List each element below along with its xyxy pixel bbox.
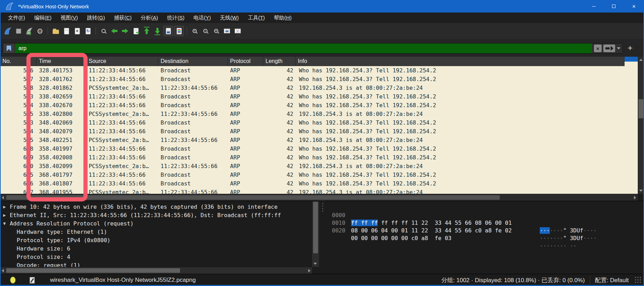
detail-line[interactable]: Protocol size: 4 [0, 253, 320, 261]
go-forward-button[interactable] [120, 26, 130, 36]
expand-arrow-icon[interactable] [0, 228, 10, 236]
scroll-left-icon[interactable] [2, 196, 4, 199]
pane-splitter-grip[interactable] [322, 203, 323, 204]
packet-row[interactable]: 523 338.402659 11:22:33:44:55:66 Broadca… [0, 92, 625, 101]
packet-row[interactable]: 608 358.401997 11:22:33:44:55:66 Broadca… [0, 144, 625, 153]
menu-item[interactable]: 文件(F) [3, 13, 30, 23]
details-horizontal-scrollbar[interactable] [0, 267, 312, 274]
scroll-right-icon[interactable] [634, 196, 636, 199]
capture-options-button[interactable]: ⚙ [35, 26, 45, 36]
details-vscroll-thumb[interactable] [313, 202, 318, 253]
capture-comment-icon[interactable] [30, 277, 35, 284]
detail-line[interactable]: ▼ Address Resolution Protocol (request) [0, 220, 320, 228]
expand-arrow-icon[interactable] [0, 253, 10, 261]
display-filter-field[interactable]: arp × [3, 43, 623, 54]
start-capture-button[interactable] [3, 26, 13, 36]
filter-dropdown-caret[interactable] [617, 47, 620, 49]
stop-capture-button[interactable] [14, 26, 23, 36]
menu-item[interactable]: 捕获(C) [109, 13, 136, 23]
packet-row[interactable]: 610 358.402099 PCSSystemtec_2a:b… 11:22:… [0, 162, 625, 170]
close-button[interactable]: × [624, 0, 644, 13]
go-to-bottom-button[interactable] [153, 26, 162, 36]
menu-item[interactable]: 分析(A) [136, 13, 163, 23]
menu-item[interactable]: 帮助(H) [269, 13, 296, 23]
filter-add-button[interactable]: + [626, 43, 635, 53]
filter-apply-button[interactable] [603, 45, 615, 52]
column-header-no[interactable]: No. [0, 57, 36, 66]
detail-line[interactable]: Protocol type: IPv4 (0x0800) [0, 236, 320, 245]
hex-row[interactable]: 0010 08 00 06 04 00 01 11 22 33 44 55 66… [325, 212, 644, 219]
details-scroll-down-icon[interactable] [313, 263, 317, 265]
column-header-length[interactable]: Length [263, 57, 295, 66]
detail-line[interactable]: ▶ Frame 10: 42 bytes on wire (336 bits),… [0, 203, 320, 211]
horizontal-scroll-thumb[interactable] [6, 195, 500, 200]
expand-arrow-icon[interactable]: ▶ [0, 203, 10, 211]
details-vertical-scrollbar[interactable] [312, 201, 319, 267]
menu-item[interactable]: 电话(Y) [189, 13, 215, 23]
packet-row[interactable]: 625 368.401797 11:22:33:44:55:66 Broadca… [0, 170, 625, 179]
details-scroll-right-icon[interactable] [308, 269, 310, 272]
packet-row[interactable]: 524 338.402670 11:22:33:44:55:66 Broadca… [0, 101, 625, 110]
close-file-button[interactable]: × [72, 26, 82, 36]
expand-arrow-icon[interactable] [0, 245, 10, 253]
packet-row[interactable]: 594 348.402079 11:22:33:44:55:66 Broadca… [0, 127, 625, 136]
details-hscroll-thumb[interactable] [6, 268, 180, 273]
packet-row[interactable]: 525 338.402800 PCSSystemtec_2a:b… 11:22:… [0, 110, 625, 118]
save-file-button[interactable] [62, 26, 71, 36]
minimize-button[interactable] [584, 0, 604, 13]
detail-line[interactable]: Hardware type: Ethernet (1) [0, 228, 320, 236]
packet-row[interactable]: 507 328.401762 11:22:33:44:55:66 Broadca… [0, 75, 625, 84]
scroll-up-icon[interactable] [639, 59, 643, 61]
find-packet-button[interactable] [99, 26, 108, 36]
maximize-button[interactable] [604, 0, 624, 13]
edit-columns-button[interactable]: 12 3 [233, 26, 243, 36]
vertical-scroll-thumb[interactable] [638, 99, 643, 118]
packet-row[interactable]: 506 328.401753 11:22:33:44:55:66 Broadca… [0, 66, 625, 75]
column-header-info[interactable]: Info [295, 57, 625, 66]
menu-item[interactable]: 视图(V) [56, 13, 82, 23]
column-header-protocol[interactable]: Protocol [228, 57, 263, 66]
details-scroll-left-icon[interactable] [2, 269, 4, 272]
packet-row[interactable]: 627 368.401955 PCSSystemtec_2a:b… 11:22:… [0, 188, 625, 194]
filter-clear-button[interactable]: × [594, 45, 602, 52]
hex-row[interactable]: 0000 ff ff ff ff ff ff 11 22 33 44 55 66… [325, 204, 644, 212]
profile-label[interactable]: 配置: Default [595, 276, 629, 284]
go-back-button[interactable] [109, 26, 119, 36]
menu-item[interactable]: 统计(S) [163, 13, 189, 23]
expert-info-icon[interactable] [10, 277, 16, 284]
packet-row[interactable]: 609 358.402008 11:22:33:44:55:66 Broadca… [0, 153, 625, 162]
colorize-button[interactable] [174, 26, 184, 36]
resize-columns-button[interactable]: ◀▶ [222, 26, 232, 36]
zoom-out-button[interactable]: − [201, 26, 210, 36]
column-header-destination[interactable]: Destination [158, 57, 228, 66]
expand-arrow-icon[interactable]: ▼ [0, 220, 10, 228]
zoom-in-button[interactable]: + [190, 26, 199, 36]
expand-arrow-icon[interactable] [0, 236, 10, 245]
packet-list-vertical-scrollbar[interactable] [638, 57, 644, 194]
packet-row[interactable]: 626 368.401807 11:22:33:44:55:66 Broadca… [0, 179, 625, 188]
packet-list-horizontal-scrollbar[interactable] [0, 194, 638, 201]
menu-item[interactable]: 跳转(G) [82, 13, 109, 23]
auto-scroll-button[interactable] [163, 26, 173, 36]
expand-arrow-icon[interactable]: ▶ [0, 211, 10, 220]
menu-item[interactable]: 编辑(E) [30, 13, 56, 23]
filter-input[interactable]: arp [15, 43, 592, 53]
detail-line[interactable]: ▶ Ethernet II, Src: 11:22:33:44:55:66 (1… [0, 211, 320, 220]
scroll-down-icon[interactable] [639, 190, 643, 192]
detail-line[interactable]: Hardware size: 6 [0, 245, 320, 253]
zoom-100-button[interactable]: = [211, 26, 221, 36]
go-to-packet-button[interactable] [131, 26, 141, 36]
packet-row[interactable]: 595 348.402251 PCSSystemtec_2a:b… 11:22:… [0, 136, 625, 144]
column-header-time[interactable]: Time [36, 57, 86, 66]
column-header-source[interactable]: Source [86, 57, 158, 66]
menu-item[interactable]: 工具(T) [243, 13, 269, 23]
intelligent-scrollbar-minimap[interactable] [625, 57, 638, 194]
go-to-top-button[interactable] [142, 26, 152, 36]
restart-capture-button[interactable] [24, 26, 34, 36]
resize-grip-icon[interactable] [634, 276, 642, 284]
reload-file-button[interactable]: ↻ [83, 26, 93, 36]
packet-row[interactable]: 508 328.401862 PCSSystemtec_2a:b… 11:22:… [0, 84, 625, 92]
filter-bookmark-button[interactable] [3, 43, 15, 53]
menu-item[interactable]: 无线(W) [215, 13, 243, 23]
packet-row[interactable]: 593 348.402069 11:22:33:44:55:66 Broadca… [0, 118, 625, 127]
